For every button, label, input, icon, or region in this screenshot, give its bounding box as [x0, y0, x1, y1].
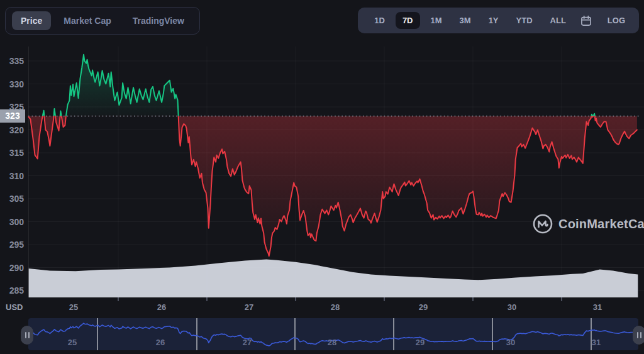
navigator-tick-26: 26: [156, 338, 165, 347]
navigator-tick-30: 30: [506, 338, 515, 347]
navigator-tick-25: 25: [68, 338, 77, 347]
price-chart-page: Price Market Cap TradingView 1D7D1M3M1YY…: [0, 0, 644, 354]
navigator-tick-29: 29: [416, 338, 425, 347]
navigator-right-handle[interactable]: [633, 326, 644, 345]
navigator-tick-31: 31: [592, 338, 601, 347]
navigator-left-handle[interactable]: [21, 326, 33, 345]
navigator-chart[interactable]: [0, 0, 644, 354]
navigator-tick-28: 28: [328, 338, 336, 347]
navigator-tick-27: 27: [243, 338, 252, 347]
